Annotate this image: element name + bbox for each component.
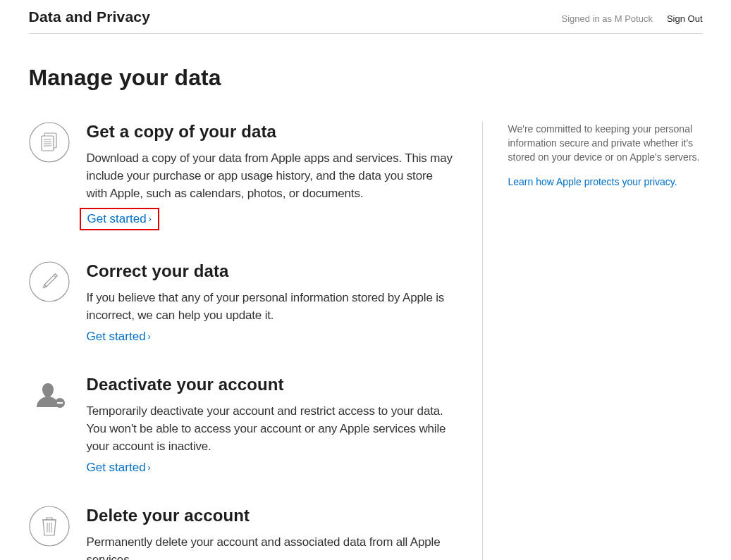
cta-label: Get started	[87, 330, 146, 344]
trash-icon	[29, 506, 70, 547]
svg-rect-11	[57, 402, 63, 404]
svg-rect-8	[44, 274, 56, 287]
option-desc: Permanently delete your account and asso…	[87, 534, 457, 560]
sign-out-link[interactable]: Sign Out	[667, 13, 703, 24]
sidebar-text: We're committed to keeping your personal…	[508, 122, 703, 164]
option-delete: Delete your account Permanently delete y…	[29, 506, 457, 560]
option-desc: Download a copy of your data from Apple …	[87, 150, 457, 203]
option-title: Deactivate your account	[87, 375, 457, 394]
privacy-learn-more-link[interactable]: Learn how Apple protects your privacy.	[508, 176, 677, 187]
option-title: Correct your data	[87, 261, 457, 281]
header-right: Signed in as M Potuck Sign Out	[562, 13, 703, 24]
signed-in-text: Signed in as M Potuck	[562, 13, 653, 24]
highlight-box: Get started ›	[80, 208, 159, 230]
option-title: Delete your account	[87, 506, 457, 525]
option-desc: Temporarily deactivate your account and …	[87, 403, 457, 456]
svg-point-7	[30, 262, 69, 301]
get-copy-cta[interactable]: Get started ›	[87, 212, 152, 226]
option-correct-data: Correct your data If you believe that an…	[29, 261, 457, 344]
chevron-right-icon: ›	[148, 331, 151, 342]
person-minus-icon	[29, 375, 70, 416]
main-column: Get a copy of your data Download a copy …	[29, 122, 483, 560]
option-get-copy: Get a copy of your data Download a copy …	[29, 122, 457, 230]
deactivate-cta[interactable]: Get started ›	[87, 461, 151, 475]
page-header-title: Data and Privacy	[29, 8, 151, 25]
cta-label: Get started	[87, 461, 146, 475]
cta-label: Get started	[87, 212, 147, 226]
pencil-icon	[29, 261, 70, 302]
chevron-right-icon: ›	[149, 213, 152, 224]
header-bar: Data and Privacy Signed in as M Potuck S…	[29, 0, 703, 34]
svg-line-9	[54, 275, 56, 278]
correct-data-cta[interactable]: Get started ›	[87, 330, 151, 344]
page-title: Manage your data	[29, 65, 703, 91]
documents-icon	[29, 122, 70, 163]
chevron-right-icon: ›	[148, 462, 151, 473]
option-desc: If you believe that any of your personal…	[87, 290, 457, 325]
option-title: Get a copy of your data	[87, 122, 457, 142]
sidebar-column: We're committed to keeping your personal…	[483, 122, 703, 560]
option-deactivate: Deactivate your account Temporarily deac…	[29, 375, 457, 475]
